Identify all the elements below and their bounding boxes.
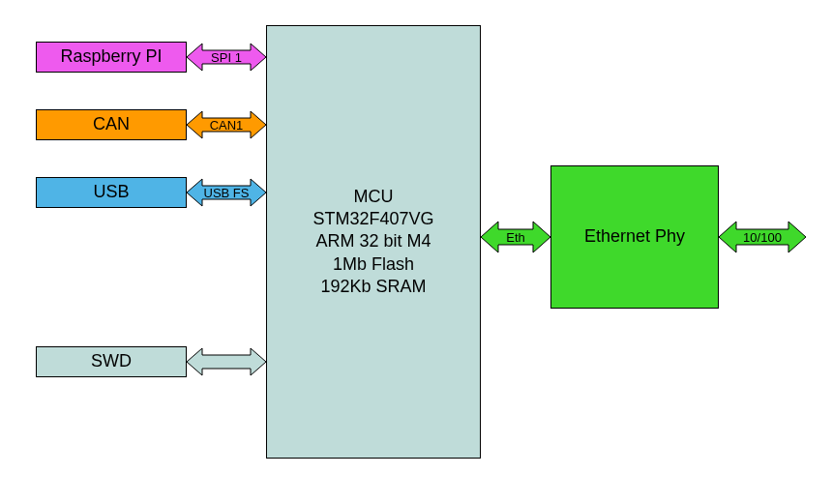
spi1-label: SPI 1 (211, 50, 242, 65)
can1-label: CAN1 (210, 118, 244, 133)
svg-marker-3 (187, 348, 266, 375)
eth-label: Eth (506, 230, 525, 245)
eth-arrow: Eth (481, 220, 550, 254)
ten-hundred-arrow: 10/100 (719, 220, 806, 254)
mcu-block: MCU STM32F407VG ARM 32 bit M4 1Mb Flash … (266, 25, 481, 459)
usb-fs-label: USB FS (204, 186, 250, 200)
can-block: CAN (36, 109, 187, 140)
usb-fs-arrow: USB FS (187, 177, 266, 208)
usb-block: USB (36, 177, 187, 208)
swd-arrow (187, 346, 266, 377)
can1-arrow: CAN1 (187, 109, 266, 140)
swd-block: SWD (36, 346, 187, 377)
ethernet-phy-block: Ethernet Phy (550, 165, 719, 309)
double-arrow-icon (187, 346, 266, 377)
ten-hundred-label: 10/100 (743, 230, 782, 245)
spi1-arrow: SPI 1 (187, 42, 266, 73)
raspberry-pi-block: Raspberry PI (36, 42, 187, 73)
